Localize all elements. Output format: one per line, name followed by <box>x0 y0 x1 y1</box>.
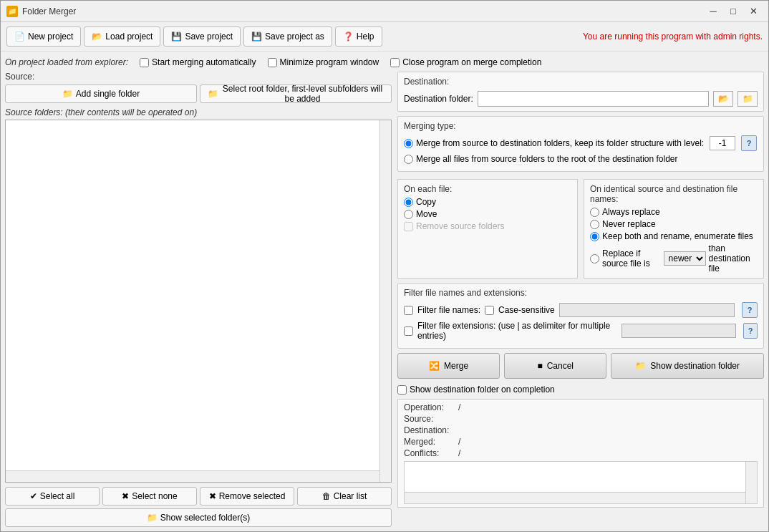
move-radio[interactable] <box>404 210 413 219</box>
show-dest-on-completion-checkbox[interactable] <box>397 385 407 395</box>
merge-button[interactable]: 🔀 Merge <box>397 353 500 379</box>
never-replace-label[interactable]: Never replace <box>590 219 758 229</box>
start-merging-text: Start merging automatically <box>152 57 256 67</box>
main-window: 📁 Folder Merger ─ □ ✕ 📄 New project 📂 Lo… <box>0 0 769 532</box>
minimize-window-label[interactable]: Minimize program window <box>268 57 379 67</box>
always-replace-radio[interactable] <box>590 208 599 217</box>
load-project-button[interactable]: 📂 Load project <box>84 26 160 47</box>
merging-type-title: Merging type: <box>404 121 758 131</box>
filter-extensions-help[interactable]: ? <box>743 323 758 339</box>
window-title: Folder Merger <box>22 6 76 16</box>
source-progress-label: Source: <box>404 414 454 424</box>
conflicts-row: Conflicts: / <box>404 448 758 458</box>
source-list-container[interactable] <box>5 120 392 483</box>
destination-row: Destination: <box>404 425 758 435</box>
browse-folder-icon: 📂 <box>718 94 729 104</box>
project-loaded-row: On project loaded from explorer: Start m… <box>5 56 764 72</box>
operation-label: Operation: <box>404 402 454 412</box>
replace-if-radio[interactable] <box>590 254 599 263</box>
progress-vertical-scroll[interactable] <box>745 462 757 503</box>
horizontal-scrollbar[interactable] <box>6 470 379 482</box>
always-replace-label[interactable]: Always replace <box>590 207 758 217</box>
filter-section: Filter file names and extensions: Filter… <box>397 283 764 349</box>
filter-names-input[interactable] <box>559 303 735 317</box>
load-icon: 📂 <box>92 32 102 42</box>
progress-log-area[interactable] <box>404 461 758 504</box>
than-dest-text: than destination file <box>709 243 758 274</box>
minimize-window-checkbox[interactable] <box>268 58 277 67</box>
on-each-file-title: On each file: <box>404 184 571 194</box>
close-on-completion-checkbox[interactable] <box>390 58 400 67</box>
show-dest-on-completion-label[interactable]: Show destination folder on completion <box>397 385 764 395</box>
open-folder-button[interactable]: 📁 <box>737 91 758 107</box>
replace-condition-select[interactable]: newer older <box>664 251 706 266</box>
remove-source-label[interactable]: Remove source folders <box>404 221 571 231</box>
level-input[interactable] <box>710 136 735 150</box>
restore-button[interactable]: □ <box>724 4 743 19</box>
add-single-folder-button[interactable]: 📁 Add single folder <box>5 84 197 103</box>
start-merging-checkbox[interactable] <box>140 58 149 67</box>
filter-names-help[interactable]: ? <box>742 302 758 318</box>
merge-option1-row: Merge from source to destination folders… <box>404 135 758 151</box>
merge-option2-radio[interactable] <box>404 155 413 164</box>
show-dest-icon: 📁 <box>635 361 646 371</box>
show-selected-button[interactable]: 📁 Show selected folder(s) <box>5 508 392 527</box>
merged-row: Merged: / <box>404 437 758 447</box>
remove-selected-button[interactable]: ✖ Remove selected <box>200 487 294 506</box>
browse-folder-button[interactable]: 📂 <box>713 91 733 107</box>
destination-folder-input[interactable] <box>478 91 709 107</box>
select-none-button[interactable]: ✖ Select none <box>102 487 197 506</box>
minimize-button[interactable]: ─ <box>704 4 722 19</box>
copy-option-label[interactable]: Copy <box>404 197 571 207</box>
filter-names-checkbox[interactable] <box>404 306 413 315</box>
toolbar: 📄 New project 📂 Load project 💾 Save proj… <box>1 22 768 52</box>
keep-both-radio[interactable] <box>590 232 599 241</box>
main-content: On project loaded from explorer: Start m… <box>1 52 768 531</box>
select-all-button[interactable]: ✔ Select all <box>5 487 100 506</box>
merged-value: / <box>458 437 460 447</box>
save-project-button[interactable]: 💾 Save project <box>163 26 241 47</box>
select-root-icon: 📁 <box>208 89 218 99</box>
filter-extensions-input[interactable] <box>622 324 736 338</box>
merge-option2-row: Merge all files from source folders to t… <box>404 154 758 164</box>
project-loaded-label: On project loaded from explorer: <box>5 57 128 67</box>
new-project-button[interactable]: 📄 New project <box>6 26 81 47</box>
filter-extensions-checkbox[interactable] <box>404 327 413 336</box>
move-text: Move <box>416 209 437 219</box>
keep-both-label[interactable]: Keep both and rename, enumerate files <box>590 231 758 241</box>
merge-actions-row: 🔀 Merge ■ Cancel 📁 Show destination fold… <box>397 353 764 379</box>
copy-radio[interactable] <box>404 198 413 207</box>
close-on-completion-label[interactable]: Close program on merge completion <box>390 57 541 67</box>
save-project-as-button[interactable]: 💾 Save project as <box>243 26 332 47</box>
never-replace-text: Never replace <box>602 219 656 229</box>
right-panel: Destination: Destination folder: 📂 📁 <box>397 72 764 527</box>
window-controls: ─ □ ✕ <box>704 4 763 19</box>
show-destination-button[interactable]: 📁 Show destination folder <box>611 353 764 379</box>
file-options: On each file: Copy Move Remove source fo… <box>397 179 764 279</box>
open-folder-icon: 📁 <box>743 94 753 104</box>
cancel-button[interactable]: ■ Cancel <box>504 353 606 379</box>
merge-option1-radio[interactable] <box>404 139 413 148</box>
move-option-label[interactable]: Move <box>404 209 571 219</box>
titlebar-left: 📁 Folder Merger <box>6 6 76 17</box>
source-label: Source: <box>5 72 392 82</box>
conflicts-label: Conflicts: <box>404 448 454 458</box>
two-panel: Source: 📁 Add single folder 📁 Select roo… <box>5 72 764 527</box>
close-button[interactable]: ✕ <box>744 4 763 19</box>
remove-source-checkbox[interactable] <box>404 222 413 231</box>
clear-list-button[interactable]: 🗑 Clear list <box>297 487 392 506</box>
source-list <box>6 120 391 482</box>
operation-row: Operation: / <box>404 402 758 412</box>
filter-extensions-label: Filter file extensions: (use | as delimi… <box>417 321 617 341</box>
start-merging-auto-label[interactable]: Start merging automatically <box>140 57 256 67</box>
select-root-folder-button[interactable]: 📁 Select root folder, first-level subfol… <box>200 84 392 103</box>
merge-option1-help[interactable]: ? <box>741 135 757 151</box>
identical-files-title: On identical source and destination file… <box>590 184 758 204</box>
destination-title: Destination: <box>404 77 758 87</box>
remove-selected-icon: ✖ <box>209 491 216 501</box>
help-button[interactable]: ❓ Help <box>335 26 382 47</box>
vertical-scrollbar[interactable] <box>379 120 391 482</box>
case-sensitive-checkbox[interactable] <box>485 306 494 315</box>
never-replace-radio[interactable] <box>590 220 599 229</box>
progress-horizontal-scroll[interactable] <box>405 492 745 503</box>
